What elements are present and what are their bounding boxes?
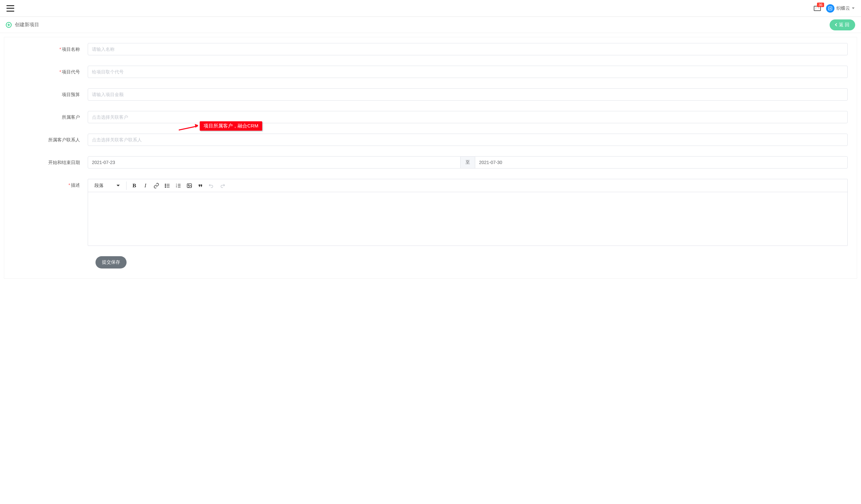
start-date-input[interactable] bbox=[88, 156, 461, 169]
label-budget: 项目预算 bbox=[62, 92, 80, 97]
topbar: 36 织蝶云 bbox=[0, 0, 861, 17]
user-menu[interactable]: 织蝶云 bbox=[826, 4, 855, 13]
contact-input[interactable] bbox=[88, 134, 848, 146]
subbar: 创建新项目 返 回 bbox=[0, 17, 861, 33]
label-customer: 所属客户 bbox=[62, 114, 80, 120]
end-date-input[interactable] bbox=[475, 156, 848, 169]
svg-point-14 bbox=[188, 185, 189, 186]
chevron-left-icon bbox=[835, 23, 838, 27]
italic-button[interactable]: I bbox=[140, 181, 151, 191]
username: 织蝶云 bbox=[836, 5, 850, 11]
chevron-down-icon bbox=[852, 8, 855, 9]
redo-button[interactable] bbox=[217, 181, 228, 191]
label-contact: 所属客户联系人 bbox=[48, 137, 80, 142]
label-desc: 描述 bbox=[71, 182, 80, 187]
quote-button[interactable] bbox=[195, 181, 206, 191]
svg-text:3: 3 bbox=[176, 186, 177, 188]
label-dates: 开始和结束日期 bbox=[48, 160, 80, 165]
svg-rect-0 bbox=[829, 6, 832, 10]
bulleted-list-button[interactable] bbox=[162, 181, 173, 191]
project-code-input[interactable] bbox=[88, 66, 848, 78]
label-project-name: 项目名称 bbox=[62, 46, 80, 52]
date-separator: 至 bbox=[461, 156, 475, 169]
image-button[interactable] bbox=[184, 181, 194, 191]
customer-input[interactable] bbox=[88, 111, 848, 123]
plus-circle-icon bbox=[6, 22, 12, 28]
numbered-list-button[interactable]: 123 bbox=[173, 181, 183, 191]
menu-toggle-icon[interactable] bbox=[6, 5, 14, 12]
budget-input[interactable] bbox=[88, 88, 848, 101]
bold-button[interactable]: B bbox=[129, 181, 139, 191]
editor-toolbar: 段落 B I 123 bbox=[88, 179, 847, 192]
chevron-down-icon bbox=[117, 185, 120, 186]
description-editor[interactable] bbox=[88, 192, 847, 246]
badge-count: 36 bbox=[817, 3, 824, 7]
form-panel: *项目名称 *项目代号 项目预算 所属客户 项目所属客户，融合CRM 所属客户联… bbox=[4, 37, 857, 279]
avatar bbox=[826, 4, 834, 13]
svg-point-4 bbox=[165, 184, 166, 184]
notifications-button[interactable]: 36 bbox=[814, 6, 821, 11]
submit-button[interactable]: 提交保存 bbox=[95, 256, 126, 268]
heading-select[interactable]: 段落 bbox=[91, 181, 124, 191]
rich-editor: 段落 B I 123 bbox=[88, 179, 848, 246]
back-button[interactable]: 返 回 bbox=[830, 19, 855, 30]
svg-point-5 bbox=[165, 185, 166, 186]
undo-button[interactable] bbox=[206, 181, 217, 191]
label-project-code: 项目代号 bbox=[62, 69, 80, 74]
link-button[interactable] bbox=[151, 181, 162, 191]
project-name-input[interactable] bbox=[88, 43, 848, 55]
page-title: 创建新项目 bbox=[15, 22, 39, 28]
svg-point-6 bbox=[165, 187, 166, 187]
